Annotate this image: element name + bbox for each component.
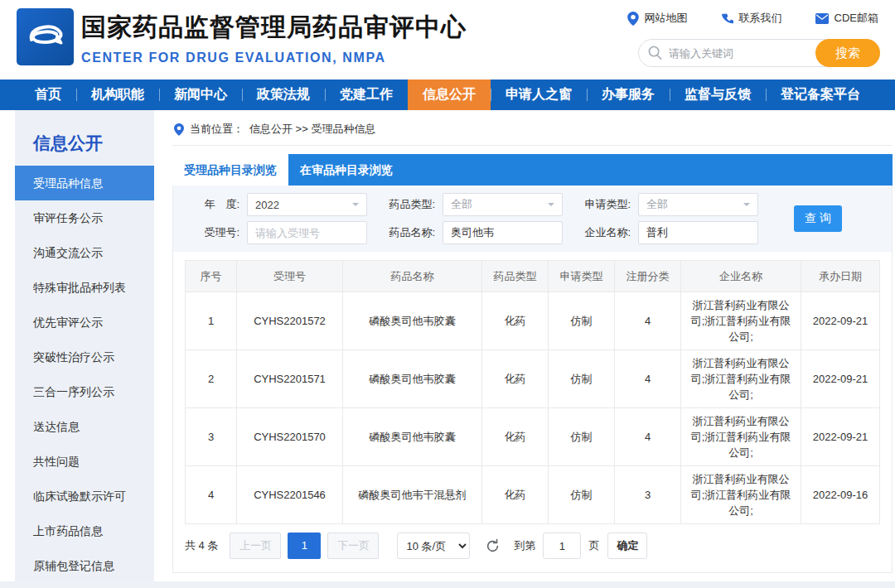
cell-drug-type: 化药	[482, 292, 549, 350]
refresh-icon	[485, 538, 501, 554]
site-search: 搜索	[638, 39, 880, 67]
cell-accept-no: CYHS2201546	[237, 466, 343, 524]
cell-company: 浙江普利药业有限公司;浙江普利药业有限公司;	[681, 466, 801, 524]
cell-company: 浙江普利药业有限公司;浙江普利药业有限公司;	[681, 408, 801, 466]
col-header-drug-name: 药品名称	[343, 261, 482, 292]
mail-icon	[815, 13, 829, 24]
site-title: 国家药品监督管理局药品审评中心	[81, 11, 467, 45]
company-input[interactable]	[638, 221, 758, 244]
accept-no-input[interactable]	[247, 221, 367, 244]
nav-item-info-disclosure[interactable]: 信息公开	[408, 80, 491, 110]
nav-item-services[interactable]: 办事服务	[587, 80, 670, 110]
pagination-total: 共 4 条	[185, 538, 218, 553]
nav-item-policy[interactable]: 政策法规	[242, 80, 325, 110]
search-icon	[648, 46, 662, 63]
cell-apply-type: 仿制	[549, 466, 615, 524]
cell-date: 2022-09-21	[801, 408, 880, 466]
nav-item-supervision[interactable]: 监督与反馈	[670, 80, 766, 110]
sitemap-link[interactable]: 网站地图	[627, 11, 688, 26]
nav-item-applicant-window[interactable]: 申请人之窗	[491, 80, 587, 110]
col-header-accept-no: 受理号	[237, 261, 343, 292]
filter-bar: 年 度: 2022 药品类型: 全部 申请类	[173, 186, 892, 252]
content-panel: 年 度: 2022 药品类型: 全部 申请类	[172, 186, 893, 573]
cell-drug-type: 化药	[482, 350, 549, 408]
cell-no: 1	[186, 292, 237, 350]
apply-type-select-value: 全部	[646, 197, 668, 212]
apply-type-label: 申请类型:	[576, 197, 631, 212]
chevron-down-icon	[743, 203, 750, 210]
cde-logo	[17, 8, 74, 65]
tab-under-review-catalog[interactable]: 在审品种目录浏览	[288, 154, 404, 186]
sidebar-item-marketed-drugs[interactable]: 上市药品信息	[15, 513, 154, 548]
cell-drug-type: 化药	[482, 466, 549, 524]
nav-item-party[interactable]: 党建工作	[325, 80, 408, 110]
sidebar-item-communication[interactable]: 沟通交流公示	[15, 235, 154, 270]
cde-mail-link[interactable]: CDE邮箱	[815, 11, 878, 26]
cell-reg-class: 4	[615, 292, 681, 350]
col-header-company: 企业名称	[681, 261, 801, 292]
page-unit-label: 页	[588, 538, 599, 553]
goto-page-label: 到第	[514, 538, 535, 553]
cell-company: 浙江普利药业有限公司;浙江普利药业有限公司;	[681, 350, 801, 408]
year-label: 年 度:	[185, 197, 239, 212]
cell-reg-class: 4	[615, 350, 681, 408]
breadcrumb: 当前位置： 信息公开 >> 受理品种信息	[172, 110, 893, 146]
contact-us-link-label: 联系我们	[739, 11, 782, 26]
sidebar-item-excipients-registration[interactable]: 原辅包登记信息	[15, 548, 154, 583]
refresh-button[interactable]	[485, 538, 501, 554]
next-page-button[interactable]: 下一页	[327, 533, 379, 559]
goto-page-input[interactable]	[543, 533, 581, 559]
nav-item-home[interactable]: 首页	[20, 80, 76, 110]
search-button[interactable]: 搜索	[815, 39, 880, 67]
page-body: 信息公开 受理品种信息 审评任务公示 沟通交流公示 特殊审批品种列表 优先审评公…	[0, 110, 895, 588]
footer-strip	[0, 581, 895, 588]
sidebar-item-common-issues[interactable]: 共性问题	[15, 444, 154, 479]
cde-mail-link-label: CDE邮箱	[835, 11, 878, 26]
table-row: 2 CYHS2201571 磷酸奥司他韦胶囊 化药 仿制 4 浙江普利药业有限公…	[186, 350, 880, 408]
tab-accepted-catalog[interactable]: 受理品种目录浏览	[172, 154, 288, 186]
cell-reg-class: 3	[615, 466, 681, 524]
nav-item-news[interactable]: 新闻中心	[159, 80, 242, 110]
nav-item-functions[interactable]: 机构职能	[76, 80, 159, 110]
year-select-value: 2022	[255, 199, 279, 211]
cell-accept-no: CYHS2201570	[237, 408, 343, 466]
drug-type-select[interactable]: 全部	[443, 193, 563, 216]
phone-icon	[721, 12, 733, 25]
query-button[interactable]: 查 询	[794, 205, 842, 232]
site-subtitle: CENTER FOR DRUG EVALUATION, NMPA	[81, 51, 467, 65]
site-header: 国家药品监督管理局药品审评中心 CENTER FOR DRUG EVALUATI…	[0, 0, 895, 80]
sidebar-item-review-tasks[interactable]: 审评任务公示	[15, 200, 154, 235]
results-table-wrap: 序号 受理号 药品名称 药品类型 申请类型 注册分类 企业名称 承办日期 1	[185, 260, 880, 524]
table-header-row: 序号 受理号 药品名称 药品类型 申请类型 注册分类 企业名称 承办日期	[186, 261, 880, 292]
sidebar-item-delivery-info[interactable]: 送达信息	[15, 409, 154, 444]
table-row: 4 CYHS2201546 磷酸奥司他韦干混悬剂 化药 仿制 3 浙江普利药业有…	[186, 466, 880, 524]
contact-us-link[interactable]: 联系我们	[721, 11, 782, 26]
cell-no: 4	[186, 466, 237, 524]
cell-accept-no: CYHS2201572	[237, 292, 343, 350]
page-size-select[interactable]: 10 条/页	[397, 533, 470, 559]
breadcrumb-label: 当前位置：	[190, 122, 244, 137]
main-content: 当前位置： 信息公开 >> 受理品种信息 受理品种目录浏览 在审品种目录浏览 年…	[172, 110, 893, 588]
year-select[interactable]: 2022	[247, 193, 367, 216]
sidebar-item-priority-review[interactable]: 优先审评公示	[15, 305, 154, 340]
sidebar-item-clinical-trial-license[interactable]: 临床试验默示许可	[15, 479, 154, 513]
cde-logo-swirl-icon	[23, 15, 68, 60]
prev-page-button[interactable]: 上一页	[230, 533, 281, 559]
sidebar-item-three-in-one[interactable]: 三合一序列公示	[15, 374, 154, 409]
drug-name-input[interactable]	[443, 221, 563, 244]
pagination: 共 4 条 上一页 1 下一页 10 条/页 到第 页 确定	[185, 533, 892, 559]
table-row: 1 CYHS2201572 磷酸奥司他韦胶囊 化药 仿制 4 浙江普利药业有限公…	[186, 292, 880, 350]
apply-type-select[interactable]: 全部	[638, 193, 758, 216]
sidebar-item-special-approval[interactable]: 特殊审批品种列表	[15, 270, 154, 305]
sidebar-item-breakthrough-therapy[interactable]: 突破性治疗公示	[15, 340, 154, 374]
drug-name-label: 药品名称:	[380, 225, 435, 240]
col-header-date: 承办日期	[801, 261, 880, 292]
confirm-button[interactable]: 确定	[607, 533, 647, 559]
page-number-button[interactable]: 1	[288, 533, 321, 559]
header-utility-links: 网站地图 联系我们 CDE邮箱	[627, 11, 878, 26]
breadcrumb-path: 信息公开 >> 受理品种信息	[249, 122, 375, 137]
nav-item-registration-platform[interactable]: 登记备案平台	[766, 80, 875, 110]
cell-drug-name: 磷酸奥司他韦干混悬剂	[343, 466, 482, 524]
drug-type-label: 药品类型:	[380, 197, 435, 212]
sidebar-item-accepted-varieties[interactable]: 受理品种信息	[15, 166, 154, 200]
